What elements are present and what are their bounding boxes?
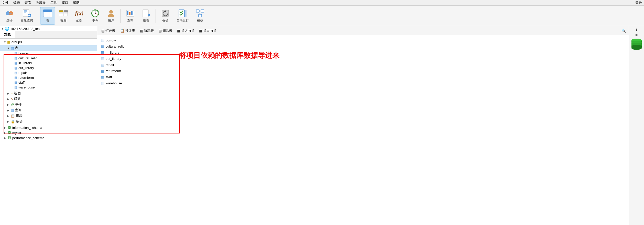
tree-table-borrow[interactable]: ▦ borrow [0,51,97,56]
db-information_schema[interactable]: ▶ 🗄 information_schema [0,125,97,130]
svg-rect-40 [143,15,145,15]
menu-window[interactable]: 窗口 [62,1,68,5]
export-wizard-button[interactable]: ▦ 导出向导 [197,28,219,34]
query-icon [126,9,135,18]
new-query-button[interactable]: 新建查询 [18,7,36,25]
tables-node: ▼ ▦ 表 ▦ borrow ▦ cultural_relic [0,44,97,91]
open-table-button[interactable]: ▦ 打开表 [99,28,117,34]
grid-icon[interactable]: ⊞ [635,33,638,37]
main-table-staff[interactable]: ▦ staff [99,74,162,80]
connection-name: 192.168.29.133_test [10,27,41,31]
svg-point-61 [631,45,642,48]
main-table-borrow[interactable]: ▦ borrow [99,37,162,43]
mt2-icon: ▦ [101,50,104,54]
import-wizard-button[interactable]: ▦ 导入向导 [175,28,197,34]
mt1-icon: ▦ [101,44,104,48]
main-table-cultural_relic[interactable]: ▦ cultural_relic [99,43,162,49]
query-button[interactable]: 查询 [123,7,138,25]
toolbar-divider-2 [121,9,121,23]
mt6-icon: ▦ [101,75,104,79]
autorun-button[interactable]: 自动运行 [174,7,192,25]
new-query-label: 新建查询 [21,18,33,23]
svg-line-51 [198,12,200,14]
menu-view[interactable]: 查看 [25,1,31,5]
tree-table-in_library[interactable]: ▦ in_library [0,61,97,65]
mt0-icon: ▦ [101,38,104,42]
svg-point-28 [95,13,96,14]
tables-row[interactable]: ▼ ▦ 表 [0,45,97,51]
db0-icon: 🗄 [8,126,11,130]
tree-table-staff[interactable]: ▦ staff [0,80,97,85]
db-mysql[interactable]: ▶ 🗄 mysql [0,130,97,135]
toolbar-divider-3 [156,9,156,23]
tree-table-warehouse[interactable]: ▦ warehouse [0,85,97,90]
views-row[interactable]: ▶ ∞ 视图 [0,91,97,96]
func-button[interactable]: f(x) 函数 [72,7,87,25]
menubar: 文件 编辑 查看 收藏夹 工具 窗口 帮助 登录 [0,0,644,6]
report-icon [141,9,151,18]
event-button[interactable]: 事件 [88,7,103,25]
model-button[interactable]: 模型 [193,7,208,25]
t7-label: warehouse [18,85,35,89]
main-table-out_library[interactable]: ▦ out_library [99,56,162,61]
funcs-row[interactable]: ▶ fx 函数 [0,96,97,102]
tab-object[interactable]: 对象 [0,31,15,38]
group3-label: group3 [12,40,22,44]
svg-rect-49 [201,10,204,12]
delete-table-icon: ▦ [158,29,162,33]
queries-row[interactable]: ▶ ▦ 查询 [0,107,97,113]
new-table-button[interactable]: ▦ 新建表 [138,28,156,34]
menu-edit[interactable]: 编辑 [13,1,20,5]
user-button[interactable]: 用户 [104,7,118,25]
model-icon [195,9,205,18]
report-button[interactable]: 报表 [139,7,154,25]
backup-icon [161,9,170,18]
main-table-returnform[interactable]: ▦ returnform [99,68,162,74]
user-label: 用户 [108,18,114,23]
info-icon[interactable]: ℹ [636,28,637,31]
db-performance_schema[interactable]: ▶ 🗄 performance_schema [0,135,97,140]
t0-icon: ▦ [14,51,17,55]
mt7-icon: ▦ [101,81,104,85]
views-icon: ∞ [11,92,13,95]
svg-rect-6 [24,13,26,13]
table-list: ▦ borrow ▦ cultural_relic ▦ in_library ▦… [97,35,164,225]
connection-row[interactable]: ▼ 🌐 192.168.29.133_test [0,26,97,31]
delete-table-button[interactable]: ▦ 删除表 [156,28,174,34]
tree-table-out_library[interactable]: ▦ out_library [0,65,97,70]
group3-arrow: ▼ [4,41,7,43]
design-table-button[interactable]: 📋 设计表 [118,28,137,34]
events-row[interactable]: ▶ ⏱ 事件 [0,102,97,107]
toolbar-divider-1 [38,9,38,23]
svg-rect-19 [64,10,68,12]
main-table-repair[interactable]: ▦ repair [99,62,162,68]
func-icon: f(x) [75,9,84,18]
connect-button[interactable]: 连接 [2,7,17,25]
tree-table-repair[interactable]: ▦ repair [0,70,97,75]
svg-rect-47 [184,10,187,17]
reports-row[interactable]: ▶ 📋 报表 [0,113,97,119]
menu-help[interactable]: 帮助 [73,1,80,5]
backup-button[interactable]: 备份 [158,7,173,25]
tables-label: 表 [15,46,18,50]
menu-tools[interactable]: 工具 [50,1,57,5]
tree-table-cultural_relic[interactable]: ▦ cultural_relic [0,56,97,61]
main-table-in_library[interactable]: ▦ in_library [99,50,162,55]
svg-rect-9 [28,15,30,16]
menu-file[interactable]: 文件 [2,1,9,5]
backup-row[interactable]: ▶ 🔒 备份 [0,119,97,124]
queries-arrow: ▶ [7,109,11,112]
view-button[interactable]: 视图 [56,7,71,25]
login-button[interactable]: 登录 [635,1,642,5]
group3-row[interactable]: ▼ ▦ group3 [0,39,97,44]
view-icon [59,9,68,18]
query-label: 查询 [127,18,133,23]
menu-bookmarks[interactable]: 收藏夹 [36,1,46,5]
table-button[interactable]: 表 [40,7,55,25]
annotation-text: 将项目依赖的数据库数据导进来 [179,51,279,60]
search-button[interactable]: 🔍 [620,28,627,34]
backup-label: 备份 [162,18,168,23]
main-table-warehouse[interactable]: ▦ warehouse [99,80,162,86]
svg-rect-32 [127,11,128,15]
tree-table-returnform[interactable]: ▦ returnform [0,75,97,80]
